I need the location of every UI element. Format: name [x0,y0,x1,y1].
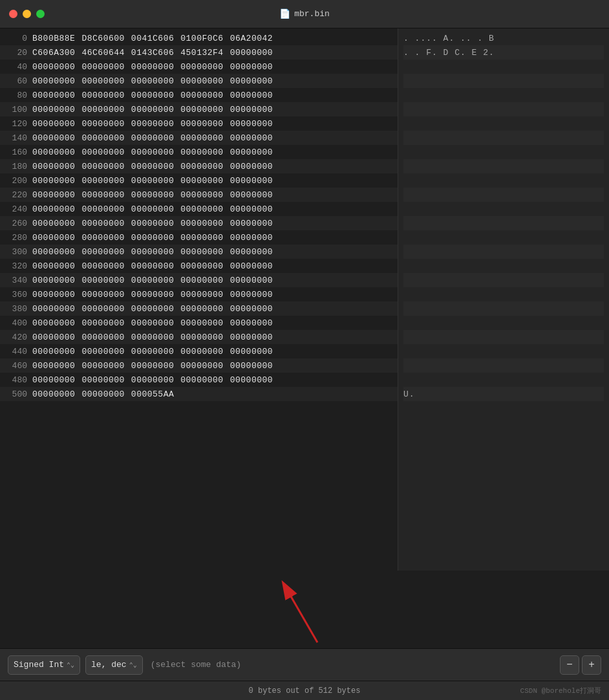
hex-group[interactable]: 00000000 [81,247,124,257]
hex-group[interactable]: 00000000 [131,76,174,86]
hex-group[interactable]: 00000000 [230,261,273,271]
hex-group[interactable]: 00000000 [180,347,223,356]
hex-row[interactable]: 20C606A30046C606440143C606450132F4000000… [0,45,398,60]
hex-group[interactable]: 00000000 [81,148,124,157]
hex-group[interactable]: 00000000 [230,233,273,243]
hex-group[interactable]: 000055AA [131,389,174,399]
hex-group[interactable]: 00000000 [131,105,174,115]
hex-group[interactable]: 00000000 [131,62,174,72]
hex-group[interactable]: 00000000 [32,119,75,129]
hex-group[interactable]: 00000000 [230,91,273,100]
hex-group[interactable]: 00000000 [230,48,273,58]
hex-group[interactable]: 00000000 [230,105,273,115]
hex-group[interactable]: 00000000 [230,333,273,342]
hex-row[interactable]: 4000000000000000000000000000000000000000… [0,316,398,330]
hex-group[interactable]: 00000000 [131,119,174,129]
hex-group[interactable]: 00000000 [131,162,174,171]
hex-row[interactable]: 5000000000000000000000055AA [0,387,398,401]
hex-group[interactable]: 00000000 [131,276,174,285]
hex-group[interactable]: 00000000 [230,347,273,356]
hex-group[interactable]: 00000000 [230,133,273,143]
hex-group[interactable]: 00000000 [81,162,124,171]
hex-group[interactable]: 00000000 [32,162,75,171]
hex-group[interactable]: 00000000 [230,204,273,214]
hex-group[interactable]: 00000000 [81,276,124,285]
hex-group[interactable]: 00000000 [180,261,223,271]
plus-button[interactable]: + [582,655,601,675]
hex-row[interactable]: 6000000000000000000000000000000000000000… [0,74,398,88]
hex-group[interactable]: 00000000 [131,190,174,200]
hex-group[interactable]: 00000000 [131,176,174,186]
hex-group[interactable]: 00000000 [180,133,223,143]
hex-group[interactable]: 00000000 [230,318,273,328]
hex-group[interactable]: 00000000 [131,91,174,100]
hex-row[interactable]: 1000000000000000000000000000000000000000… [0,102,398,116]
hex-row[interactable]: 2600000000000000000000000000000000000000… [0,216,398,230]
hex-group[interactable]: 00000000 [230,276,273,285]
hex-row[interactable]: 2200000000000000000000000000000000000000… [0,188,398,202]
hex-group[interactable]: 00000000 [32,247,75,257]
hex-group[interactable]: 00000000 [131,375,174,385]
hex-row[interactable]: 1400000000000000000000000000000000000000… [0,131,398,145]
hex-group[interactable]: 00000000 [180,119,223,129]
hex-group[interactable]: 00000000 [81,233,124,243]
hex-group[interactable]: 00000000 [32,76,75,86]
hex-group[interactable]: 00000000 [32,347,75,356]
hex-group[interactable]: 00000000 [180,105,223,115]
hex-group[interactable]: 00000000 [81,62,124,72]
hex-group[interactable]: 00000000 [180,176,223,186]
hex-group[interactable]: 00000000 [131,247,174,257]
hex-group[interactable]: 00000000 [81,190,124,200]
hex-group[interactable]: 00000000 [131,347,174,356]
hex-group[interactable]: 00000000 [81,176,124,186]
hex-group[interactable]: 00000000 [81,76,124,86]
data-type-dropdown[interactable]: Signed Int ⌃⌄ [8,655,80,675]
hex-row[interactable]: 2800000000000000000000000000000000000000… [0,230,398,245]
hex-group[interactable]: 00000000 [131,148,174,157]
hex-row[interactable]: 3800000000000000000000000000000000000000… [0,301,398,316]
hex-group[interactable]: 00000000 [81,347,124,356]
hex-row[interactable]: 0B800B88ED8C606000041C6060100F0C606A2004… [0,31,398,45]
hex-group[interactable]: 00000000 [180,247,223,257]
hex-group[interactable]: 00000000 [230,62,273,72]
hex-group[interactable]: 00000000 [32,190,75,200]
hex-group[interactable]: 00000000 [81,375,124,385]
hex-group[interactable]: 00000000 [32,133,75,143]
minimize-button[interactable] [23,10,31,18]
hex-group[interactable]: 00000000 [81,290,124,300]
hex-group[interactable]: 00000000 [131,318,174,328]
hex-group[interactable]: 00000000 [81,133,124,143]
hex-row[interactable]: 8000000000000000000000000000000000000000… [0,88,398,102]
hex-group[interactable]: 00000000 [32,333,75,342]
hex-group[interactable]: 00000000 [81,91,124,100]
hex-group[interactable]: 0143C606 [131,48,174,58]
hex-group[interactable]: 00000000 [180,91,223,100]
hex-group[interactable]: 0100F0C6 [180,34,223,43]
hex-group[interactable]: 00000000 [32,304,75,314]
hex-group[interactable]: 00000000 [230,119,273,129]
hex-row[interactable]: 4400000000000000000000000000000000000000… [0,344,398,358]
hex-group[interactable]: 00000000 [81,119,124,129]
hex-group[interactable]: 00000000 [180,361,223,371]
hex-group[interactable]: 00000000 [180,233,223,243]
hex-group[interactable]: 00000000 [180,290,223,300]
hex-row[interactable]: 4600000000000000000000000000000000000000… [0,358,398,373]
hex-group[interactable]: 00000000 [32,204,75,214]
hex-group[interactable]: 00000000 [180,162,223,171]
hex-group[interactable]: 00000000 [81,389,124,399]
hex-group[interactable]: 06A20042 [230,34,273,43]
minus-button[interactable]: − [560,655,579,675]
hex-row[interactable]: 1600000000000000000000000000000000000000… [0,145,398,159]
hex-group[interactable]: 00000000 [81,304,124,314]
hex-group[interactable]: 00000000 [32,389,75,399]
hex-group[interactable]: 00000000 [32,219,75,228]
hex-group[interactable]: 00000000 [131,361,174,371]
hex-group[interactable]: 00000000 [32,176,75,186]
hex-group[interactable]: 00000000 [81,261,124,271]
hex-group[interactable]: 00000000 [230,148,273,157]
hex-group[interactable]: 00000000 [81,318,124,328]
hex-group[interactable]: 00000000 [180,76,223,86]
hex-group[interactable]: 00000000 [131,233,174,243]
hex-group[interactable]: 00000000 [180,375,223,385]
hex-group[interactable]: 00000000 [180,219,223,228]
